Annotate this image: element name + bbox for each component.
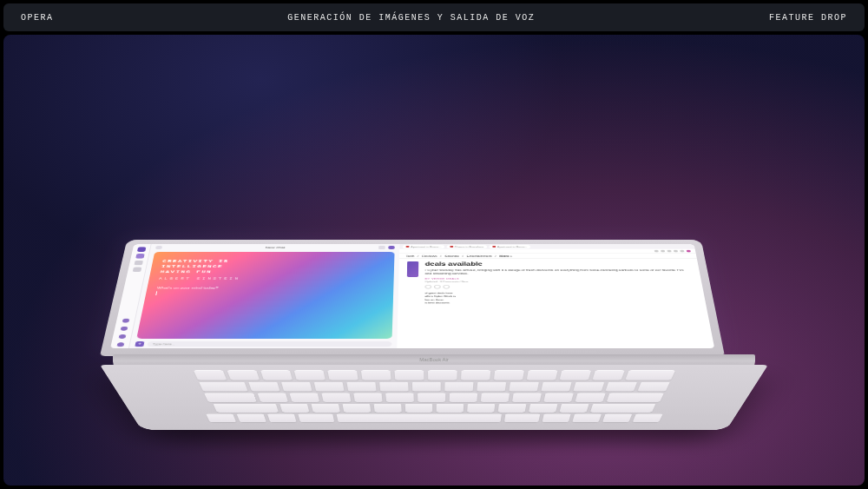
keyboard xyxy=(138,370,731,422)
keyboard-key xyxy=(311,404,339,413)
chat-input[interactable]: Type here... xyxy=(147,341,391,347)
article-title[interactable]: deals available xyxy=(425,261,691,267)
article-card: deals available / Cyber Monday has arriv… xyxy=(398,259,707,308)
article-subtitle: / Cyber Monday has arrived, bringing wit… xyxy=(425,268,693,275)
keyboard-key xyxy=(258,393,288,402)
keyboard-key xyxy=(450,393,477,402)
keyboard-key xyxy=(373,404,401,413)
keyboard-key xyxy=(336,414,501,422)
keyboard-key xyxy=(637,382,669,392)
browser-tab[interactable]: Charco in Barcelona xyxy=(446,245,486,248)
rail-workspace-icon[interactable] xyxy=(122,319,129,323)
related-link[interactable]: is best discounts xyxy=(424,301,697,305)
webpage-panel: Apartment in Barce... Charco in Barcelon… xyxy=(397,244,714,348)
tab-favicon-icon xyxy=(492,246,496,248)
chat-new-icon[interactable] xyxy=(388,246,395,249)
nav-link[interactable]: Science xyxy=(444,254,459,257)
keyboard-key xyxy=(236,414,266,422)
article-thumbnail xyxy=(407,261,418,277)
keyboard-key xyxy=(342,404,371,413)
keyboard-key xyxy=(293,370,325,380)
toolbar-icon[interactable] xyxy=(680,250,684,253)
rail-home-icon[interactable] xyxy=(136,247,145,251)
keyboard-key xyxy=(592,370,624,380)
laptop-mockup: New chat CREATIVITY IS INTELLIGENCE HAVI… xyxy=(100,156,768,486)
chat-expand-icon[interactable] xyxy=(378,246,385,249)
keyboard-key xyxy=(280,382,312,392)
keyboard-key xyxy=(605,382,637,392)
chat-header: New chat xyxy=(150,244,399,251)
hero-quote-line: HAVING FUN xyxy=(160,269,385,274)
article-actions xyxy=(425,285,695,289)
keyboard-key xyxy=(602,414,632,422)
hero-prompt-text: What's on your mind today? xyxy=(157,286,384,288)
rail-workspace-icon[interactable] xyxy=(118,334,126,339)
laptop-keyboard-deck xyxy=(100,365,768,430)
rail-workspace-icon[interactable] xyxy=(116,342,124,347)
tab-favicon-icon xyxy=(450,246,453,248)
keyboard-key xyxy=(607,393,664,402)
hero-quote-author: ALBERT EINSTEIN xyxy=(159,277,385,281)
keyboard-key xyxy=(481,393,510,402)
keyboard-key xyxy=(418,393,445,402)
add-attachment-button[interactable]: + xyxy=(135,341,144,347)
keyboard-key xyxy=(298,414,334,422)
rail-item-icon[interactable] xyxy=(132,268,141,273)
nav-more-link[interactable]: More + xyxy=(499,254,512,257)
toolbar-icon[interactable] xyxy=(654,250,659,253)
keyboard-key xyxy=(404,404,432,413)
keyboard-key xyxy=(573,382,604,392)
keyboard-key xyxy=(497,404,526,413)
rail-item-icon[interactable] xyxy=(134,261,143,266)
keyboard-key xyxy=(227,370,260,380)
keyboard-key xyxy=(267,414,297,422)
chat-hero-gradient: CREATIVITY IS INTELLIGENCE HAVING FUN AL… xyxy=(136,252,394,339)
toolbar-icon[interactable] xyxy=(667,250,671,253)
tab-favicon-icon xyxy=(406,246,410,248)
keyboard-key xyxy=(248,382,279,392)
hero-stage: New chat CREATIVITY IS INTELLIGENCE HAVI… xyxy=(3,35,865,486)
comment-icon[interactable] xyxy=(443,285,450,289)
keyboard-key xyxy=(321,393,351,402)
rail-workspace-icon[interactable] xyxy=(120,327,128,331)
keyboard-key xyxy=(512,393,542,402)
keyboard-key xyxy=(385,393,414,402)
nav-link[interactable]: Reviews xyxy=(422,254,437,257)
keyboard-key xyxy=(394,370,424,380)
keyboard-key xyxy=(327,370,358,380)
keyboard-key xyxy=(625,370,675,380)
header-tag: FEATURE DROP xyxy=(769,13,847,23)
rail-aria-icon[interactable] xyxy=(135,254,145,258)
keyboard-key xyxy=(353,393,382,402)
browser-tab[interactable]: Apartment in Barce... xyxy=(403,245,444,248)
browser-tab[interactable]: Apartment in Barce... xyxy=(489,245,530,248)
toolbar-icon[interactable] xyxy=(674,250,678,253)
laptop-model-label: MacBook Air xyxy=(419,357,449,362)
keyboard-key xyxy=(541,382,571,392)
save-icon[interactable] xyxy=(434,285,441,289)
article-related-links: of great deals here affirm Cyber Week is… xyxy=(424,292,697,305)
keyboard-key xyxy=(290,393,320,402)
page-header: OPERA GENERACIÓN DE IMÁGENES Y SALIDA DE… xyxy=(3,3,865,31)
toolbar-icon[interactable] xyxy=(661,250,665,253)
keyboard-key xyxy=(346,382,376,392)
nav-link[interactable]: Tech xyxy=(405,254,414,257)
keyboard-key xyxy=(279,404,309,413)
keyboard-key xyxy=(477,382,506,392)
chat-menu-icon[interactable] xyxy=(155,246,162,249)
chat-title: New chat xyxy=(265,246,286,248)
keyboard-key xyxy=(467,404,495,413)
share-icon[interactable] xyxy=(425,285,432,289)
nav-link[interactable]: Entertainment xyxy=(467,254,492,257)
cursor-icon xyxy=(155,291,157,295)
keyboard-key xyxy=(461,370,490,380)
keyboard-key xyxy=(493,370,523,380)
toolbar-profile-icon[interactable] xyxy=(687,250,691,253)
keyboard-key xyxy=(444,382,473,392)
keyboard-key xyxy=(206,414,236,422)
keyboard-key xyxy=(193,370,226,380)
keyboard-key xyxy=(436,404,464,413)
keyboard-key xyxy=(360,370,391,380)
keyboard-key xyxy=(313,382,344,392)
header-title: GENERACIÓN DE IMÁGENES Y SALIDA DE VOZ xyxy=(287,13,535,23)
